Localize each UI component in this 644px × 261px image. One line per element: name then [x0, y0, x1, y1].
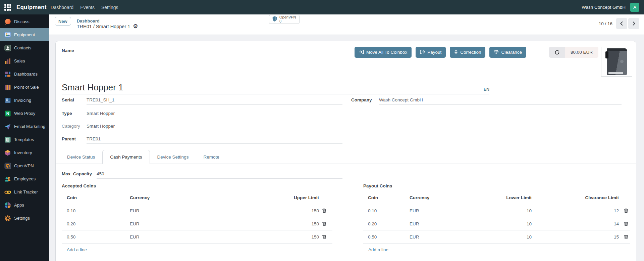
cell-currency[interactable]: EUR	[130, 208, 279, 213]
cell-clearance_limit[interactable]: 15	[532, 234, 619, 240]
field-row-category: CategorySmart Hopper	[62, 123, 342, 136]
openvpn-status-button[interactable]: OpenVPN 0	[269, 15, 300, 24]
payout-button[interactable]: Payout	[416, 47, 446, 58]
column-header: Coin	[363, 195, 410, 204]
cell-coin[interactable]: 0.50	[62, 234, 130, 240]
column-header: Upper Limit	[279, 195, 319, 204]
cell-clearance_limit[interactable]: 12	[532, 208, 619, 213]
cell-clearance_limit[interactable]: 14	[532, 221, 619, 226]
button-label: Correction	[460, 50, 481, 55]
sidebar-item-apps[interactable]: Apps	[0, 199, 49, 212]
sidebar-item-invoicing[interactable]: $Invoicing	[0, 94, 49, 107]
sidebar-item-openvpn[interactable]: OpenVPN	[0, 159, 49, 172]
cell-lower_limit[interactable]: 10	[475, 221, 532, 226]
new-button[interactable]: New	[55, 17, 71, 26]
cell-coin[interactable]: 0.10	[363, 208, 410, 213]
delete-row-button[interactable]	[322, 208, 326, 213]
delete-row-button[interactable]	[624, 234, 628, 239]
delete-row-button[interactable]	[624, 208, 628, 213]
cell-upper_limit[interactable]: 150	[279, 208, 319, 213]
max-capacity-input[interactable]: 450	[97, 171, 342, 179]
sidebar-item-label: Contacts	[14, 45, 31, 50]
cell-coin[interactable]: 0.20	[363, 221, 410, 226]
sidebar-item-employees[interactable]: Employees	[0, 172, 49, 185]
sign-out-icon	[420, 50, 425, 55]
sidebar-item-email-marketing[interactable]: Email Marketing	[0, 120, 49, 133]
breadcrumb-parent-link[interactable]: Dashboard	[77, 18, 138, 24]
cell-lower_limit[interactable]: 10	[475, 234, 532, 240]
field-value[interactable]: TRE01	[87, 136, 342, 144]
templates-icon	[4, 136, 11, 143]
sidebar-item-contacts[interactable]: Contacts	[0, 41, 49, 54]
tab-device-settings[interactable]: Device Settings	[150, 150, 196, 164]
clearance-button[interactable]: Clearance	[489, 47, 526, 58]
cell-coin[interactable]: 0.20	[62, 221, 130, 226]
add-a-line-link[interactable]: Add a line	[363, 247, 388, 252]
device-image[interactable]	[601, 47, 632, 77]
cell-lower_limit[interactable]: 10	[475, 208, 532, 213]
top-menu-settings[interactable]: Settings	[101, 5, 118, 10]
app-name[interactable]: Equipment	[16, 4, 47, 11]
sidebar-item-link-tracker[interactable]: Link Tracker	[0, 185, 49, 199]
sidebar-item-label: OpenVPN	[14, 163, 34, 168]
cell-upper_limit[interactable]: 150	[279, 234, 319, 240]
move-all-to-coinbox-button[interactable]: Move All To Coinbox	[355, 47, 412, 58]
field-label: Company	[351, 97, 379, 102]
tab-device-status[interactable]: Device Status	[60, 150, 102, 164]
delete-row-button[interactable]	[322, 234, 326, 239]
cell-currency[interactable]: EUR	[410, 208, 475, 213]
delete-row-button[interactable]	[322, 221, 326, 226]
pager-previous-button[interactable]	[616, 18, 627, 29]
delete-row-button[interactable]	[624, 221, 628, 226]
refresh-balance-button[interactable]	[549, 47, 565, 58]
pager-next-button[interactable]	[628, 18, 639, 29]
cell-currency[interactable]: EUR	[410, 234, 475, 240]
pager: 10 / 16	[599, 18, 639, 29]
field-value[interactable]: Wash Concept GmbH	[379, 97, 622, 105]
language-tag[interactable]: EN	[484, 87, 489, 92]
field-value[interactable]: Smart Hopper	[87, 123, 342, 131]
apps-grid-icon[interactable]	[4, 4, 11, 11]
sidebar-item-label: Email Marketing	[14, 124, 45, 129]
sidebar-item-web-proxy[interactable]: NWeb Proxy	[0, 107, 49, 120]
top-menu-dashboard[interactable]: Dashboard	[51, 5, 74, 10]
cell-coin[interactable]: 0.10	[62, 208, 130, 213]
cell-currency[interactable]: EUR	[130, 221, 279, 226]
name-field-label: Name	[62, 48, 74, 53]
tab-remote[interactable]: Remote	[196, 150, 226, 164]
sidebar-item-settings[interactable]: Settings	[0, 212, 49, 225]
sidebar-item-inventory[interactable]: Inventory	[0, 146, 49, 159]
sidebar-item-discuss[interactable]: Discuss	[0, 15, 49, 28]
table-row: 0.10EUR1012	[363, 204, 630, 217]
sidebar-item-point-of-sale[interactable]: Point of Sale	[0, 81, 49, 94]
correction-button[interactable]: Correction	[450, 47, 485, 58]
field-label: Parent	[62, 136, 87, 141]
sidebar-item-label: Invoicing	[14, 98, 31, 103]
field-row-serial: SerialTRE01_SH_1	[62, 97, 342, 110]
sidebar-item-sales[interactable]: Sales	[0, 54, 49, 68]
cell-currency[interactable]: EUR	[410, 221, 475, 226]
field-value[interactable]: TRE01_SH_1	[87, 97, 342, 105]
cell-currency[interactable]: EUR	[130, 234, 279, 240]
sidebar-item-dashboards[interactable]: Dashboards	[0, 68, 49, 81]
add-a-line-link[interactable]: Add a line	[62, 247, 87, 252]
max-capacity-label: Max. Capacity	[62, 171, 97, 176]
cell-upper_limit[interactable]: 150	[279, 221, 319, 226]
field-label: Serial	[62, 97, 87, 102]
company-menu[interactable]: Wash Concept GmbH	[582, 5, 626, 10]
field-value[interactable]: Smart Hopper	[87, 110, 342, 118]
sidebar-item-label: Inventory	[14, 150, 32, 155]
gear-icon[interactable]: ⚙	[133, 24, 138, 29]
user-avatar[interactable]: A	[630, 3, 639, 12]
svg-text:$: $	[6, 98, 8, 101]
control-panel: New Dashboard TRE01 / Smart Hopper 1 ⚙ O…	[49, 14, 644, 35]
sidebar-item-equipment[interactable]: Equipment	[0, 28, 49, 41]
record-title-input[interactable]: Smart Hopper 1	[62, 83, 489, 92]
top-menu-events[interactable]: Events	[80, 5, 95, 10]
field-row-company: CompanyWash Concept GmbH	[351, 97, 622, 110]
app-sidebar: DiscussEquipmentContactsSalesDashboardsP…	[0, 14, 49, 261]
tab-cash-payments[interactable]: Cash Payments	[102, 150, 150, 164]
column-header: Currency	[130, 195, 279, 204]
cell-coin[interactable]: 0.50	[363, 234, 410, 240]
sidebar-item-templates[interactable]: Templates	[0, 133, 49, 146]
